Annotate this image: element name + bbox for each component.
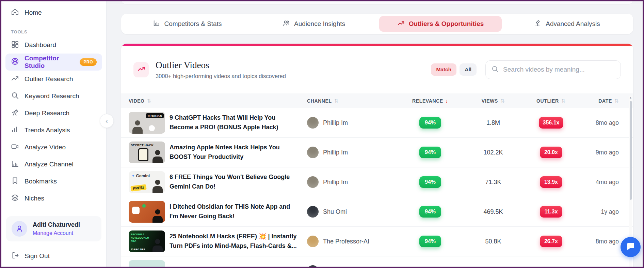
home-icon (11, 8, 19, 18)
sidebar-item-analyze-channel[interactable]: Analyze Channel (5, 156, 102, 173)
column-label: VIEWS (482, 98, 498, 104)
manage-account-link[interactable]: Manage Account (33, 230, 80, 236)
dashboard-grid-icon (11, 40, 19, 50)
video-thumbnail: SECRET HACK (129, 142, 165, 163)
tab-competitors-stats[interactable]: Competitors & Stats (126, 16, 248, 32)
user-name: Aditi Chaturvedi (33, 221, 80, 228)
date-value: 8mo ago (573, 238, 619, 245)
thumbnail-badge: FREE! (130, 184, 146, 191)
trending-up-icon (397, 19, 405, 29)
sidebar-item-label: Trends Analysis (25, 126, 70, 134)
tab-label: Advanced Analysis (546, 20, 600, 28)
person-silhouette (151, 208, 164, 223)
sidebar-collapse-button[interactable]: ‹ (100, 114, 114, 128)
person-silhouette (151, 149, 164, 163)
sidebar-item-deep-research[interactable]: Deep Research (5, 105, 102, 122)
column-header-outlier[interactable]: OUTLIER ⇅ (529, 98, 573, 104)
video-camera-icon (11, 143, 19, 152)
sidebar-item-label: Deep Research (25, 109, 69, 117)
tab-outliers-opportunities[interactable]: Outliers & Opportunities (379, 16, 502, 32)
column-label: CHANNEL (307, 98, 332, 104)
sidebar-item-label: Home (25, 9, 42, 16)
sidebar-item-label: Dashboard (25, 41, 56, 49)
sort-icon: ⇅ (147, 98, 151, 104)
match-toggle-button[interactable]: Match (431, 63, 456, 76)
users-icon (283, 19, 290, 29)
views-value: 71.3K (457, 179, 529, 186)
search-mode-toggle: Match All (431, 63, 477, 76)
sidebar-item-competitor-studio[interactable]: Competitor Studio PRO (5, 54, 102, 71)
search-icon (491, 65, 499, 74)
sort-desc-icon: ↓ (446, 98, 448, 104)
sidebar-item-dashboard[interactable]: Dashboard (5, 36, 102, 54)
user-account-card[interactable]: Aditi Chaturvedi Manage Account (6, 216, 101, 241)
sidebar-item-bookmarks[interactable]: Bookmarks (5, 173, 102, 190)
table-row[interactable]: RIP NotebookLM... Recall's NEW AI Chat i… (121, 256, 633, 268)
relevance-badge: 94% (419, 176, 441, 188)
sidebar-item-trends-analysis[interactable]: Trends Analysis (5, 122, 102, 139)
sidebar-divider (1, 212, 106, 212)
outlier-badge: 26.7x (540, 236, 562, 247)
outlier-videos-icon-tile (133, 62, 149, 77)
sidebar-item-niches[interactable]: Niches (5, 190, 102, 207)
sidebar-item-keyword-research[interactable]: Keyword Research (5, 88, 102, 105)
sidebar-item-outlier-research[interactable]: Outlier Research (5, 71, 102, 88)
video-title: RIP NotebookLM... Recall's NEW AI Chat i… (170, 266, 307, 268)
relevance-badge: 94% (419, 147, 441, 158)
table-row[interactable]: SECRET HACK Amazing Apple Notes Hack Hel… (121, 138, 633, 167)
channel-name: Phillip Im (323, 179, 348, 186)
video-thumbnail: GeminiFREE! (129, 171, 165, 193)
video-thumbnail (129, 260, 165, 268)
table-body: 9 HACKS 9 ChatGPT Hacks That Will Help Y… (121, 108, 633, 268)
sidebar-item-analyze-video[interactable]: Analyze Video (5, 139, 102, 156)
avatar (12, 221, 27, 237)
column-label: OUTLIER (536, 98, 559, 104)
thumbnail-badge: Gemini (131, 174, 150, 178)
column-label: DATE (598, 98, 612, 104)
column-header-video[interactable]: VIDEO ⇅ (129, 98, 307, 104)
sidebar: Home TOOLS Dashboard Competitor Studio P… (1, 1, 107, 267)
scroll-up-arrow-icon: ▲ (629, 96, 632, 99)
sidebar-item-label: Outlier Research (25, 75, 73, 83)
sign-out-button[interactable]: Sign Out (5, 248, 102, 264)
sort-icon: ⇅ (334, 98, 339, 104)
main-content: ‹ Competitors & Stats Audience Insights … (107, 1, 643, 267)
channel-avatar (307, 236, 319, 247)
table-row[interactable]: 9 HACKS 9 ChatGPT Hacks That Will Help Y… (121, 108, 633, 138)
sort-icon: ⇅ (500, 98, 505, 104)
column-header-views[interactable]: VIEWS ⇅ (457, 98, 529, 104)
channel-name: Shu Omi (323, 208, 347, 215)
microscope-icon (534, 19, 542, 29)
all-toggle-button[interactable]: All (460, 63, 477, 76)
sidebar-item-home[interactable]: Home (5, 5, 102, 20)
chevron-left-icon: ‹ (106, 117, 108, 125)
scrollbar-thumb[interactable] (630, 101, 632, 200)
scrolled-card-edge (121, 0, 633, 4)
video-thumbnail: BECOME A NOTEBOOKLM PRO25 PRO TIPS (129, 230, 165, 252)
column-header-relevance[interactable]: RELEVANCE ↓ (403, 98, 457, 104)
table-row[interactable]: GeminiFREE! 6 FREE Things You Won't Beli… (121, 167, 633, 197)
tab-bar: Competitors & Stats Audience Insights Ou… (121, 14, 633, 34)
views-value: 469.5K (457, 208, 529, 215)
table-row[interactable]: I Ditched Obsidian for THIS Note App and… (121, 197, 633, 227)
search-input[interactable] (503, 66, 615, 73)
relevance-badge: 94% (419, 236, 441, 247)
outlier-badge: 356.1x (539, 117, 564, 129)
thumbnail-badge: 25 PRO TIPS (131, 248, 145, 251)
date-value: 8mo ago (573, 119, 619, 126)
column-header-channel[interactable]: CHANNEL ⇅ (307, 98, 403, 104)
column-header-date[interactable]: DATE ⇅ (573, 98, 619, 104)
target-icon (11, 57, 19, 67)
table-row[interactable]: BECOME A NOTEBOOKLM PRO25 PRO TIPS 25 No… (121, 227, 633, 256)
chart-axis-icon (11, 160, 19, 169)
channel-name: Phillip Im (323, 119, 348, 126)
date-value: 4mo ago (573, 179, 619, 186)
video-title: 25 NotebookLM Hacks (FREE) 💥 | Instantly… (170, 232, 307, 251)
person-silhouette (151, 238, 164, 252)
column-label: RELEVANCE (412, 98, 443, 104)
person-silhouette (151, 179, 164, 193)
panel-header: Outlier Videos 3000+ high-performing vid… (121, 46, 633, 93)
tab-audience-insights[interactable]: Audience Insights (253, 16, 375, 32)
chat-widget-button[interactable] (621, 237, 641, 257)
tab-advanced-analysis[interactable]: Advanced Analysis (506, 16, 628, 32)
